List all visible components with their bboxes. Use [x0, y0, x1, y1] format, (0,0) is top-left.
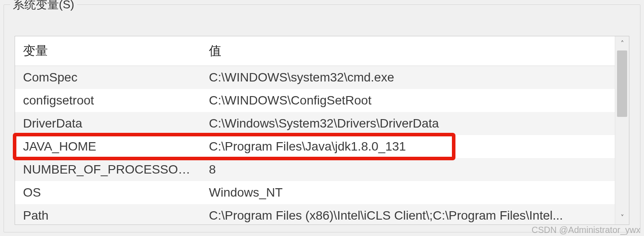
scroll-thumb[interactable] — [617, 50, 627, 117]
cell-value: C:\Windows\System32\Drivers\DriverData — [201, 112, 615, 135]
scroll-track[interactable] — [615, 50, 629, 210]
env-var-table: 变量 值 ComSpecC:\WINDOWS\system32\cmd.exec… — [15, 36, 629, 225]
scroll-down-button[interactable]: ˅ — [615, 210, 629, 224]
table-row[interactable]: configsetrootC:\WINDOWS\ConfigSetRoot — [15, 89, 615, 112]
column-header-value[interactable]: 值 — [201, 36, 615, 66]
table-header-row[interactable]: 变量 值 — [15, 36, 615, 66]
cell-variable: NUMBER_OF_PROCESSORS — [15, 158, 201, 181]
table-inner: 变量 值 ComSpecC:\WINDOWS\system32\cmd.exec… — [15, 36, 615, 224]
column-header-variable[interactable]: 变量 — [15, 36, 201, 66]
table-row[interactable]: NUMBER_OF_PROCESSORS8 — [15, 158, 615, 181]
cell-value: Windows_NT — [201, 181, 615, 204]
cell-variable: JAVA_HOME — [15, 135, 201, 158]
cell-value: C:\WINDOWS\system32\cmd.exe — [201, 66, 615, 89]
table-row[interactable]: PathC:\Program Files (x86)\Intel\iCLS Cl… — [15, 204, 615, 224]
chevron-up-icon: ˄ — [621, 39, 624, 48]
table-row[interactable]: ComSpecC:\WINDOWS\system32\cmd.exe — [15, 66, 615, 89]
cell-variable: Path — [15, 204, 201, 224]
cell-variable: configsetroot — [15, 89, 201, 112]
table-body: ComSpecC:\WINDOWS\system32\cmd.execonfig… — [15, 66, 615, 224]
cell-variable: DriverData — [15, 112, 201, 135]
chevron-down-icon: ˅ — [621, 213, 624, 222]
cell-value: C:\WINDOWS\ConfigSetRoot — [201, 89, 615, 112]
table-row[interactable]: DriverDataC:\Windows\System32\Drivers\Dr… — [15, 112, 615, 135]
cell-variable: ComSpec — [15, 66, 201, 89]
cell-value: 8 — [201, 158, 615, 181]
table-row[interactable]: JAVA_HOMEC:\Program Files\Java\jdk1.8.0_… — [15, 135, 615, 158]
vertical-scrollbar[interactable]: ˄ ˅ — [615, 36, 629, 224]
cell-value: C:\Program Files (x86)\Intel\iCLS Client… — [201, 204, 615, 224]
groupbox-title: 系统变量(S) — [10, 0, 77, 12]
cell-variable: OS — [15, 181, 201, 204]
system-variables-group: 系统变量(S) 变量 值 ComSpecC:\WINDOWS\system32\… — [4, 4, 640, 232]
table-row[interactable]: OSWindows_NT — [15, 181, 615, 204]
cell-value: C:\Program Files\Java\jdk1.8.0_131 — [201, 135, 615, 158]
scroll-up-button[interactable]: ˄ — [615, 36, 629, 50]
